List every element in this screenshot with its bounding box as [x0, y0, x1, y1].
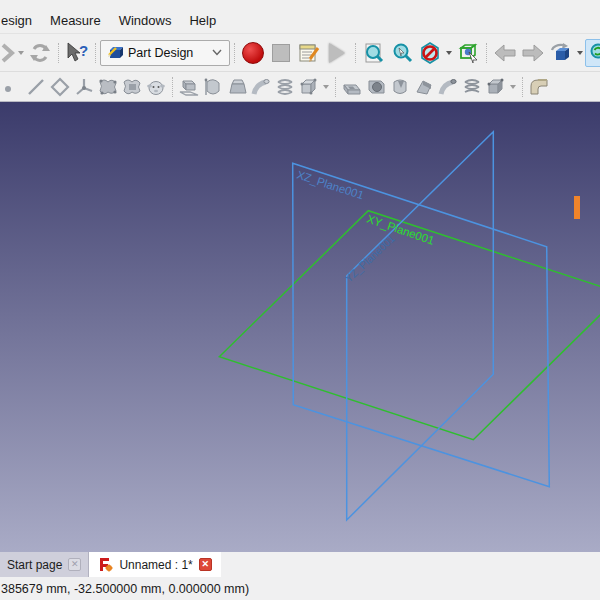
fit-all-icon: [363, 42, 385, 64]
whats-this-button[interactable]: ?: [63, 39, 91, 67]
toolbar-separator: [230, 41, 239, 65]
macro-record-button[interactable]: [239, 39, 267, 67]
menu-item-windows[interactable]: Windows: [110, 13, 181, 28]
tab-start-page[interactable]: Start page ✕: [0, 552, 89, 577]
datum-point-button[interactable]: [0, 75, 24, 99]
toolbar-separator: [168, 75, 177, 99]
nav-forward-button[interactable]: [519, 39, 547, 67]
pad-button[interactable]: [177, 75, 201, 99]
tab-close-icon[interactable]: ✕: [199, 558, 212, 571]
macro-play-button[interactable]: [323, 39, 351, 67]
additive-loft-button[interactable]: [225, 75, 249, 99]
datum-plane-icon: [50, 77, 70, 97]
additive-helix-icon: [274, 77, 296, 97]
subtractive-pipe-button[interactable]: [436, 75, 460, 99]
toolbar-separator: [91, 41, 100, 65]
datum-line-button[interactable]: [24, 75, 48, 99]
draw-style-button[interactable]: [416, 39, 444, 67]
fillet-icon: [528, 77, 550, 97]
box-selection-button[interactable]: [454, 39, 482, 67]
local-cs-icon: [74, 77, 94, 97]
draw-style-icon: [419, 42, 441, 64]
datum-point-icon: [2, 77, 22, 97]
record-icon: [242, 42, 264, 64]
additive-loft-icon: [226, 77, 248, 97]
edit-macro-icon: [298, 42, 320, 64]
box-selection-icon: [457, 42, 479, 64]
stop-icon: [272, 44, 290, 62]
menu-item-help[interactable]: Help: [180, 13, 225, 28]
menu-item-measure[interactable]: Measure: [41, 13, 110, 28]
document-tabbar: Start page ✕ Unnamed : 1* ✕: [0, 552, 600, 577]
tab-close-icon[interactable]: ✕: [68, 558, 81, 571]
additive-box-icon: [298, 77, 320, 97]
datum-plane-button[interactable]: [48, 75, 72, 99]
freecad-file-icon: [98, 557, 113, 572]
macro-edit-button[interactable]: [295, 39, 323, 67]
workbench-selector-value: Part Design: [128, 46, 207, 60]
toolbar-partdesign: [0, 71, 600, 102]
shape-binder-icon: [97, 77, 119, 97]
fillet-partial-button[interactable]: [527, 75, 551, 99]
refresh-button[interactable]: [26, 39, 54, 67]
additive-primitive-button[interactable]: [297, 75, 321, 99]
arrow-right-icon: [521, 42, 545, 64]
hole-button[interactable]: [364, 75, 388, 99]
additive-helix-button[interactable]: [273, 75, 297, 99]
hole-icon: [365, 77, 387, 97]
shape-binder-button[interactable]: [96, 75, 120, 99]
zoom-selection-button[interactable]: [388, 39, 416, 67]
pocket-icon: [341, 77, 363, 97]
subtractive-helix-icon: [461, 77, 483, 97]
clone-button[interactable]: [144, 75, 168, 99]
combo-chevron-icon: [212, 49, 222, 56]
revolution-button[interactable]: [201, 75, 225, 99]
toolbar-separator: [351, 41, 360, 65]
sync-view-button[interactable]: [585, 39, 600, 67]
additive-pipe-button[interactable]: [249, 75, 273, 99]
isometric-view-button[interactable]: [547, 39, 575, 67]
zoom-fit-all-button[interactable]: [360, 39, 388, 67]
viewport-canvas[interactable]: XZ_Plane001 XY_Plane001 YZ_Plane001: [0, 102, 600, 552]
dropdown-caret-icon[interactable]: [446, 51, 452, 55]
subtractive-helix-button[interactable]: [460, 75, 484, 99]
subtractive-primitive-button[interactable]: [484, 75, 508, 99]
menubar: esign Measure Windows Help: [0, 0, 600, 33]
dropdown-caret-icon[interactable]: [577, 51, 583, 55]
subtractive-loft-button[interactable]: [412, 75, 436, 99]
sync-view-icon: [588, 42, 600, 64]
dropdown-caret-icon[interactable]: [18, 51, 24, 55]
datum-line-icon: [26, 77, 46, 97]
sub-shape-binder-button[interactable]: [120, 75, 144, 99]
play-icon: [329, 43, 345, 63]
menu-item-design-partial[interactable]: esign: [0, 13, 41, 28]
toolbar-standard: ? Part Design: [0, 33, 600, 71]
subtractive-box-icon: [485, 77, 507, 97]
statusbar: 385679 mm, -32.500000 mm, 0.000000 mm): [0, 577, 600, 600]
orange-marker: [574, 196, 580, 219]
toolbar-separator: [331, 75, 340, 99]
additive-pipe-icon: [250, 77, 272, 97]
dropdown-caret-icon[interactable]: [510, 85, 516, 89]
tab-unnamed-document[interactable]: Unnamed : 1* ✕: [89, 552, 220, 577]
nav-back-button[interactable]: [491, 39, 519, 67]
toolbar-separator: [54, 41, 63, 65]
viewport-3d[interactable]: XZ_Plane001 XY_Plane001 YZ_Plane001: [0, 102, 600, 552]
tab-start-page-label: Start page: [7, 558, 62, 572]
pad-icon: [178, 77, 200, 97]
groove-button[interactable]: [388, 75, 412, 99]
toolbar-separator: [482, 41, 491, 65]
subtractive-pipe-icon: [437, 77, 459, 97]
workbench-selector[interactable]: Part Design: [100, 40, 230, 66]
sub-shape-binder-icon: [121, 77, 143, 97]
toolbar-separator: [518, 75, 527, 99]
clone-sheep-icon: [146, 77, 166, 97]
macro-stop-button[interactable]: [267, 39, 295, 67]
refresh-icon: [29, 42, 51, 64]
arrow-left-icon: [493, 42, 517, 64]
pocket-button[interactable]: [340, 75, 364, 99]
local-coordinate-system-button[interactable]: [72, 75, 96, 99]
svg-text:?: ?: [79, 42, 88, 59]
nav-cluster-partial-button[interactable]: [0, 39, 16, 67]
dropdown-caret-icon[interactable]: [323, 85, 329, 89]
